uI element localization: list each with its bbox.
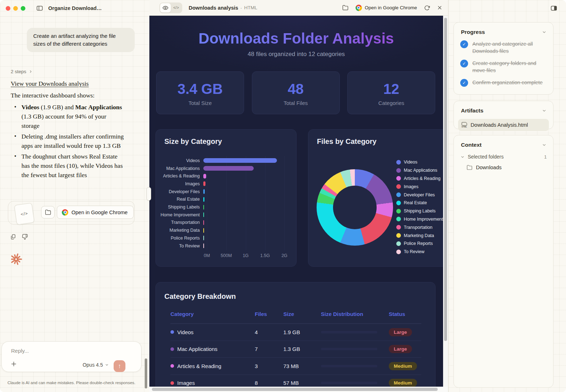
panel-resize-handle[interactable]	[147, 187, 151, 201]
artifact-link[interactable]: View your Downloads analysis	[11, 80, 125, 87]
progress-item: ✓Analyze and categorize all Downloads fi…	[454, 40, 553, 55]
code-icon: </>	[173, 6, 179, 10]
artifact-thumbnail[interactable]: </>	[14, 203, 34, 225]
collapse-context-button[interactable]	[542, 142, 547, 147]
stat-value: 12	[348, 81, 435, 97]
refresh-button[interactable]	[424, 5, 430, 11]
close-window-button[interactable]	[6, 6, 10, 11]
table-header-row: CategoryFilesSizeSize DistributionStatus	[170, 311, 421, 324]
stat-card: 12Categories	[347, 71, 435, 114]
artifact-file-item[interactable]: HTML Downloads Analysis.html	[458, 119, 549, 131]
stat-label: Total Files	[252, 100, 339, 106]
thumbs-down-button[interactable]	[22, 234, 28, 240]
refresh-icon	[424, 5, 430, 11]
category-dot	[170, 381, 174, 385]
bar-label: Developer Files	[156, 189, 203, 194]
legend-swatch	[396, 233, 401, 238]
donut-chart-title: Files by Category	[317, 137, 377, 146]
table-column-header: Status	[389, 311, 421, 317]
minimize-window-button[interactable]	[13, 6, 18, 11]
distribution-track	[321, 331, 377, 333]
horizontal-scroll-thumb[interactable]	[152, 388, 438, 391]
collapse-sidebar-icon[interactable]	[550, 5, 557, 12]
progress-item: ✓Create category folders and move files	[454, 60, 553, 74]
bar	[203, 212, 204, 217]
steps-toggle[interactable]: 2 steps	[11, 69, 33, 74]
close-artifact-button[interactable]	[437, 5, 442, 10]
distribution-track	[321, 365, 377, 367]
check-circle-icon: ✓	[460, 79, 468, 87]
check-circle-icon: ✓	[460, 40, 468, 48]
selected-folders-group[interactable]: Selected folders 1	[454, 154, 553, 160]
model-selector[interactable]: Opus 4.5	[83, 362, 109, 368]
artifacts-header: Artifacts	[454, 101, 553, 114]
chevron-down-icon	[542, 30, 547, 35]
collapse-artifacts-button[interactable]	[542, 108, 547, 113]
code-icon: </>	[20, 211, 28, 217]
legend-swatch	[396, 217, 401, 221]
legend-swatch	[396, 184, 401, 189]
app-window: Organize Download… Create an artifact an…	[0, 0, 566, 392]
category-breakdown-card: Category Breakdown CategoryFilesSizeSize…	[155, 282, 436, 387]
legend-item: To Review	[396, 248, 443, 256]
legend-item: Articles & Reading	[396, 175, 443, 183]
bar-label: Home Improvement	[156, 212, 203, 217]
open-in-chrome-button[interactable]: Open in Google Chrome	[356, 5, 417, 11]
collapse-progress-button[interactable]	[542, 30, 547, 35]
legend-item: Videos	[396, 158, 443, 166]
bar	[203, 174, 206, 179]
legend-swatch	[396, 192, 401, 197]
artifact-horizontal-scrollbar[interactable]	[149, 387, 448, 392]
copy-button[interactable]	[10, 234, 16, 240]
context-card: Context Selected folders 1 Downloads	[453, 135, 553, 388]
vertical-scroll-thumb[interactable]	[444, 18, 447, 341]
toggle-sidebar-icon[interactable]	[36, 5, 43, 12]
bar	[203, 205, 204, 210]
legend-swatch	[396, 176, 401, 181]
row-files: 4	[255, 329, 283, 335]
legend-swatch	[396, 209, 401, 213]
chevron-right-icon	[29, 70, 33, 74]
legend-label: Articles & Reading	[404, 176, 441, 181]
legend-item: Transportation	[396, 223, 443, 231]
stat-card: 3.4 GBTotal Size	[156, 71, 244, 114]
reply-composer[interactable]: Reply... Opus 4.5 ↑	[1, 341, 142, 372]
open-in-chrome-button[interactable]: Open in Google Chrome	[57, 206, 134, 219]
legend-item: Real Estate	[396, 199, 443, 207]
legend-swatch	[396, 250, 401, 254]
chevron-down-icon	[460, 155, 465, 159]
distribution-track	[321, 348, 377, 350]
response-bullet: Deleting .dmg installers after confirmin…	[11, 132, 125, 150]
chevron-down-icon	[105, 363, 109, 367]
open-in-files-button[interactable]	[41, 206, 55, 218]
save-to-files-button[interactable]	[342, 5, 348, 11]
reply-input[interactable]: Reply...	[11, 348, 29, 354]
row-category: Images	[170, 380, 255, 386]
legend-label: Marketing Data	[404, 233, 434, 238]
artifact-vertical-scrollbar[interactable]	[443, 16, 448, 387]
zoom-window-button[interactable]	[21, 6, 25, 11]
preview-toggle-button[interactable]	[160, 3, 171, 12]
assistant-response: View your Downloads analysis The interac…	[11, 80, 125, 181]
response-intro: The interactive dashboard shows:	[11, 92, 125, 99]
attach-button[interactable]	[10, 361, 17, 367]
bar	[203, 197, 204, 202]
send-button[interactable]: ↑	[114, 360, 125, 372]
context-folder-item[interactable]: Downloads	[454, 165, 553, 170]
row-status: Large	[389, 328, 421, 336]
legend-swatch	[396, 241, 401, 246]
code-toggle-button[interactable]: </>	[171, 3, 182, 12]
category-table: CategoryFilesSizeSize DistributionStatus…	[170, 311, 421, 387]
artifact-header: </> Downloads analysis · HTML Open in Go…	[149, 0, 448, 16]
legend-item: Marketing Data	[396, 231, 443, 240]
legend-label: Developer Files	[404, 192, 435, 197]
donut-legend: VideosMac ApplicationsArticles & Reading…	[396, 158, 443, 256]
table-column-header: Category	[170, 311, 255, 317]
chevron-down-icon	[542, 142, 547, 147]
chat-scrollbar[interactable]	[145, 358, 147, 388]
response-bullet: Videos (1.9 GB) and Mac Applications (1.…	[11, 102, 125, 130]
artifact-file-name: Downloads Analysis.html	[471, 122, 528, 128]
progress-item-label: Confirm organization complete	[472, 79, 543, 87]
folder-icon	[467, 165, 472, 170]
legend-item: Home Improvement	[396, 215, 443, 223]
